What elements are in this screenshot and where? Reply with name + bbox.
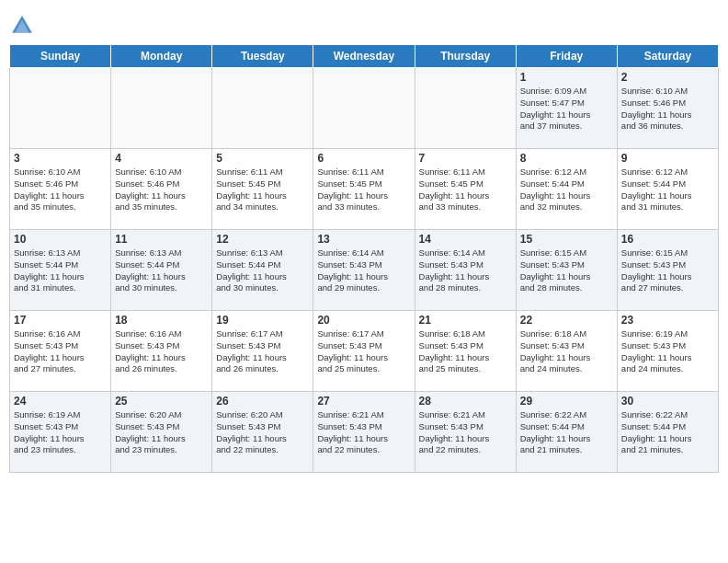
day-number: 4	[115, 152, 208, 165]
day-cell: 20Sunrise: 6:17 AM Sunset: 5:43 PM Dayli…	[313, 311, 415, 392]
day-info: Sunrise: 6:21 AM Sunset: 5:43 PM Dayligh…	[419, 409, 512, 456]
day-info: Sunrise: 6:17 AM Sunset: 5:43 PM Dayligh…	[216, 328, 309, 375]
day-cell: 3Sunrise: 6:10 AM Sunset: 5:46 PM Daylig…	[10, 149, 111, 230]
day-info: Sunrise: 6:19 AM Sunset: 5:43 PM Dayligh…	[14, 409, 107, 456]
day-cell: 25Sunrise: 6:20 AM Sunset: 5:43 PM Dayli…	[111, 392, 212, 473]
day-info: Sunrise: 6:20 AM Sunset: 5:43 PM Dayligh…	[216, 409, 309, 456]
day-number: 29	[520, 395, 613, 408]
day-info: Sunrise: 6:12 AM Sunset: 5:44 PM Dayligh…	[520, 167, 613, 213]
day-cell: 19Sunrise: 6:17 AM Sunset: 5:43 PM Dayli…	[212, 311, 313, 392]
day-number: 26	[216, 395, 309, 408]
day-number: 24	[14, 395, 107, 408]
day-cell: 30Sunrise: 6:22 AM Sunset: 5:44 PM Dayli…	[617, 392, 718, 473]
day-cell	[415, 68, 516, 149]
week-row-4: 17Sunrise: 6:16 AM Sunset: 5:43 PM Dayli…	[10, 311, 719, 392]
weekday-header-wednesday: Wednesday	[313, 45, 415, 68]
day-number: 12	[216, 233, 309, 246]
day-cell: 21Sunrise: 6:18 AM Sunset: 5:43 PM Dayli…	[415, 311, 516, 392]
week-row-5: 24Sunrise: 6:19 AM Sunset: 5:43 PM Dayli…	[10, 392, 719, 473]
logo-icon	[9, 13, 35, 39]
day-cell: 26Sunrise: 6:20 AM Sunset: 5:43 PM Dayli…	[212, 392, 313, 473]
week-row-3: 10Sunrise: 6:13 AM Sunset: 5:44 PM Dayli…	[10, 230, 719, 311]
day-info: Sunrise: 6:11 AM Sunset: 5:45 PM Dayligh…	[317, 167, 410, 213]
day-number: 5	[216, 152, 309, 165]
day-cell: 1Sunrise: 6:09 AM Sunset: 5:47 PM Daylig…	[516, 68, 617, 149]
page-header	[9, 9, 719, 39]
day-number: 20	[317, 314, 410, 327]
day-number: 2	[621, 71, 714, 84]
day-number: 10	[14, 233, 107, 246]
day-number: 18	[115, 314, 208, 327]
day-info: Sunrise: 6:10 AM Sunset: 5:46 PM Dayligh…	[621, 86, 714, 132]
day-number: 21	[419, 314, 512, 327]
day-info: Sunrise: 6:14 AM Sunset: 5:43 PM Dayligh…	[317, 247, 410, 294]
day-cell: 2Sunrise: 6:10 AM Sunset: 5:46 PM Daylig…	[617, 68, 718, 149]
day-number: 14	[419, 233, 512, 246]
day-info: Sunrise: 6:10 AM Sunset: 5:46 PM Dayligh…	[115, 167, 208, 213]
day-number: 6	[317, 152, 410, 165]
day-number: 19	[216, 314, 309, 327]
day-number: 1	[520, 71, 613, 84]
day-number: 7	[419, 152, 512, 165]
weekday-header-friday: Friday	[516, 45, 617, 68]
day-number: 28	[419, 395, 512, 408]
day-info: Sunrise: 6:18 AM Sunset: 5:43 PM Dayligh…	[419, 328, 512, 375]
day-info: Sunrise: 6:21 AM Sunset: 5:43 PM Dayligh…	[317, 409, 410, 456]
day-cell	[111, 68, 212, 149]
day-number: 11	[115, 233, 208, 246]
day-cell: 18Sunrise: 6:16 AM Sunset: 5:43 PM Dayli…	[111, 311, 212, 392]
day-number: 16	[621, 233, 714, 246]
day-cell: 17Sunrise: 6:16 AM Sunset: 5:43 PM Dayli…	[10, 311, 111, 392]
day-cell: 12Sunrise: 6:13 AM Sunset: 5:44 PM Dayli…	[212, 230, 313, 311]
day-info: Sunrise: 6:14 AM Sunset: 5:43 PM Dayligh…	[419, 247, 512, 294]
day-cell: 27Sunrise: 6:21 AM Sunset: 5:43 PM Dayli…	[313, 392, 415, 473]
day-info: Sunrise: 6:22 AM Sunset: 5:44 PM Dayligh…	[621, 409, 714, 456]
day-info: Sunrise: 6:20 AM Sunset: 5:43 PM Dayligh…	[115, 409, 208, 456]
week-row-2: 3Sunrise: 6:10 AM Sunset: 5:46 PM Daylig…	[10, 149, 719, 230]
day-info: Sunrise: 6:11 AM Sunset: 5:45 PM Dayligh…	[419, 167, 512, 213]
day-info: Sunrise: 6:10 AM Sunset: 5:46 PM Dayligh…	[14, 167, 107, 213]
day-info: Sunrise: 6:12 AM Sunset: 5:44 PM Dayligh…	[621, 167, 714, 213]
day-cell: 8Sunrise: 6:12 AM Sunset: 5:44 PM Daylig…	[516, 149, 617, 230]
week-row-1: 1Sunrise: 6:09 AM Sunset: 5:47 PM Daylig…	[10, 68, 719, 149]
day-number: 23	[621, 314, 714, 327]
weekday-header-sunday: Sunday	[10, 45, 111, 68]
day-cell: 11Sunrise: 6:13 AM Sunset: 5:44 PM Dayli…	[111, 230, 212, 311]
day-number: 25	[115, 395, 208, 408]
day-info: Sunrise: 6:13 AM Sunset: 5:44 PM Dayligh…	[115, 247, 208, 294]
weekday-header-thursday: Thursday	[415, 45, 516, 68]
day-cell: 13Sunrise: 6:14 AM Sunset: 5:43 PM Dayli…	[313, 230, 415, 311]
day-cell: 6Sunrise: 6:11 AM Sunset: 5:45 PM Daylig…	[313, 149, 415, 230]
day-cell: 7Sunrise: 6:11 AM Sunset: 5:45 PM Daylig…	[415, 149, 516, 230]
day-number: 15	[520, 233, 613, 246]
day-number: 9	[621, 152, 714, 165]
weekday-header-tuesday: Tuesday	[212, 45, 313, 68]
day-info: Sunrise: 6:15 AM Sunset: 5:43 PM Dayligh…	[621, 247, 714, 294]
calendar-table: SundayMondayTuesdayWednesdayThursdayFrid…	[9, 44, 719, 473]
day-info: Sunrise: 6:17 AM Sunset: 5:43 PM Dayligh…	[317, 328, 410, 375]
day-number: 13	[317, 233, 410, 246]
day-number: 27	[317, 395, 410, 408]
day-info: Sunrise: 6:18 AM Sunset: 5:43 PM Dayligh…	[520, 328, 613, 375]
day-cell: 24Sunrise: 6:19 AM Sunset: 5:43 PM Dayli…	[10, 392, 111, 473]
day-info: Sunrise: 6:22 AM Sunset: 5:44 PM Dayligh…	[520, 409, 613, 456]
day-number: 17	[14, 314, 107, 327]
day-cell: 15Sunrise: 6:15 AM Sunset: 5:43 PM Dayli…	[516, 230, 617, 311]
day-cell	[313, 68, 415, 149]
day-info: Sunrise: 6:11 AM Sunset: 5:45 PM Dayligh…	[216, 167, 309, 213]
day-cell: 23Sunrise: 6:19 AM Sunset: 5:43 PM Dayli…	[617, 311, 718, 392]
day-cell: 28Sunrise: 6:21 AM Sunset: 5:43 PM Dayli…	[415, 392, 516, 473]
day-number: 22	[520, 314, 613, 327]
day-cell: 5Sunrise: 6:11 AM Sunset: 5:45 PM Daylig…	[212, 149, 313, 230]
day-cell: 9Sunrise: 6:12 AM Sunset: 5:44 PM Daylig…	[617, 149, 718, 230]
day-cell	[10, 68, 111, 149]
day-number: 3	[14, 152, 107, 165]
logo	[9, 13, 39, 39]
day-info: Sunrise: 6:13 AM Sunset: 5:44 PM Dayligh…	[216, 247, 309, 294]
day-info: Sunrise: 6:13 AM Sunset: 5:44 PM Dayligh…	[14, 247, 107, 294]
day-cell: 14Sunrise: 6:14 AM Sunset: 5:43 PM Dayli…	[415, 230, 516, 311]
day-cell: 16Sunrise: 6:15 AM Sunset: 5:43 PM Dayli…	[617, 230, 718, 311]
day-info: Sunrise: 6:15 AM Sunset: 5:43 PM Dayligh…	[520, 247, 613, 294]
weekday-header-row: SundayMondayTuesdayWednesdayThursdayFrid…	[10, 45, 719, 68]
day-number: 8	[520, 152, 613, 165]
